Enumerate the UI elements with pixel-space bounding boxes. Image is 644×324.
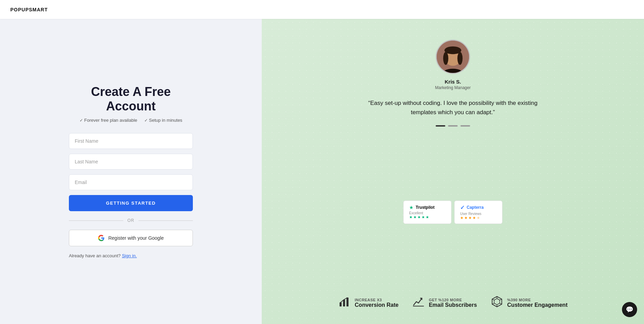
stat-email-bottom: Email Subscribers [429,302,477,308]
review-badges: ★ Trustpilot Excellent ★ ★ ★ ★ ★ [403,201,502,224]
site-logo: POPUPSMART [10,7,48,12]
stat-email-top: GET %120 MORE [429,298,477,302]
email-input[interactable] [69,174,193,190]
sign-in-prompt: Already have an account? Sign in. [69,253,193,258]
stat-customer-engagement: %390 MORE Customer Engagement [491,295,568,310]
checkmark-icon-2: ✓ [144,118,148,123]
right-panel: Kris S. Marketing Manager “Easy set-up w… [262,19,644,324]
divider-text: OR [127,218,134,223]
svg-rect-10 [413,306,424,306]
dot-2 [448,125,458,127]
trustpilot-badge: ★ Trustpilot Excellent ★ ★ ★ ★ ★ [403,201,451,224]
stat-engagement-top: %390 MORE [507,298,568,302]
avatar-image [437,40,469,74]
capterra-icon: ✓ [460,204,465,211]
stats-section: INCREASE X3 Conversion Rate GET %120 MOR… [338,295,568,310]
testimonial-quote: “Easy set-up without coding. I love the … [367,98,539,117]
dot-3 [460,125,470,127]
stat-email-subscribers: GET %120 MORE Email Subscribers [412,295,477,310]
stat-engagement-bottom: Customer Engagement [507,302,568,308]
person-title: Marketing Manager [435,85,470,90]
chart-icon [338,295,351,310]
svg-marker-12 [494,299,500,305]
google-icon [98,235,105,241]
subtitle-item-2: ✓ Setup in minutes [144,118,183,123]
form-subtitle: ✓ Forever free plan available ✓ Setup in… [69,118,193,123]
divider-line-right [138,220,193,221]
site-header: POPUPSMART [0,0,644,19]
capterra-badge: ✓ Capterra User Reviews ★ ★ ★ ★ ★ [454,201,502,224]
trustpilot-star-icon: ★ [409,205,414,210]
form-container: Create A Free Account ✓ Forever free pla… [69,85,193,258]
stat-conversion-top: INCREASE X3 [355,298,398,302]
last-name-input[interactable] [69,154,193,170]
getting-started-button[interactable]: GETTING STARTED [69,195,193,211]
svg-rect-9 [346,298,349,306]
chat-button[interactable]: 💬 [622,302,637,317]
divider: OR [69,218,193,223]
dot-1 [436,125,445,127]
divider-line-left [69,220,123,221]
trend-icon [412,295,425,310]
sign-in-link[interactable]: Sign in. [122,253,137,258]
form-title: Create A Free Account [69,85,193,114]
capterra-stars: ★ ★ ★ ★ ★ [460,216,484,220]
hexagon-icon [491,295,503,310]
testimonial-dots [436,125,470,127]
svg-point-5 [457,52,463,65]
person-name: Kris S. [445,79,461,85]
google-button-label: Register with your Google [108,235,164,241]
main-layout: Create A Free Account ✓ Forever free pla… [0,0,644,324]
avatar [436,40,470,74]
google-register-button[interactable]: Register with your Google [69,230,193,246]
svg-rect-7 [340,302,342,306]
svg-point-1 [440,73,466,74]
subtitle-item-1: ✓ Forever free plan available [80,118,137,123]
checkmark-icon-1: ✓ [80,118,83,123]
stat-conversion-bottom: Conversion Rate [355,302,398,308]
trustpilot-logo: Trustpilot [416,205,435,210]
testimonial-section: Kris S. Marketing Manager “Easy set-up w… [367,40,539,127]
capterra-logo: Capterra [467,205,484,210]
stat-conversion-rate: INCREASE X3 Conversion Rate [338,295,398,310]
first-name-input[interactable] [69,133,193,149]
left-panel: Create A Free Account ✓ Forever free pla… [0,19,262,324]
capterra-label: User Reviews [460,212,484,216]
svg-rect-8 [343,300,345,306]
chat-icon: 💬 [626,306,633,313]
trustpilot-label: Excellent [409,211,435,215]
trustpilot-stars: ★ ★ ★ ★ ★ [409,215,435,219]
svg-point-4 [443,52,448,65]
